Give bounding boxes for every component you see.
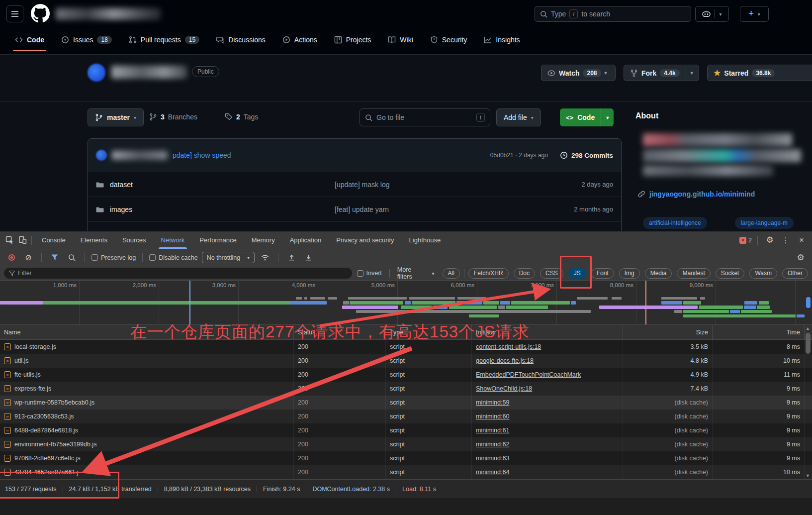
- overview-range-handle[interactable]: [806, 297, 811, 308]
- tab-discussions[interactable]: Discussions: [209, 30, 272, 50]
- scrollbar-thumb[interactable]: [806, 333, 811, 354]
- record-network-log-button[interactable]: [5, 251, 18, 264]
- column-header-size[interactable]: Size: [623, 325, 713, 339]
- invert-checkbox[interactable]: Invert: [357, 270, 382, 277]
- scroll-up-icon[interactable]: ▲: [806, 326, 810, 331]
- copilot-button[interactable]: ▾: [695, 6, 729, 22]
- initiator-link[interactable]: minimind:59: [476, 399, 509, 406]
- initiator-link[interactable]: EmbeddedPDFTouchPointCoachMark: [476, 371, 581, 378]
- filter-type-all[interactable]: All: [443, 268, 460, 279]
- initiator-link[interactable]: minimind:64: [476, 469, 509, 476]
- github-logo-icon[interactable]: [31, 4, 50, 23]
- go-to-file-input[interactable]: Go to file t: [360, 108, 490, 126]
- request-row[interactable]: ‹›43784-4652ae97a661.j 200 script minimi…: [0, 465, 812, 479]
- branch-selector[interactable]: master ▾: [88, 108, 144, 126]
- devtools-tab-application[interactable]: Application: [282, 231, 329, 249]
- initiator-link[interactable]: google-docs-fte.js:18: [476, 357, 534, 364]
- commit-message-link[interactable]: pdate] show speed: [173, 151, 231, 159]
- devtools-menu-button[interactable]: ⋮: [779, 234, 792, 247]
- about-website-link[interactable]: jingyaogong.github.io/minimind: [637, 190, 755, 198]
- device-toolbar-button[interactable]: [16, 234, 29, 247]
- commit-message[interactable]: [feat] update yarn: [335, 206, 574, 213]
- column-header-status[interactable]: Status: [294, 325, 386, 339]
- commit-sha-date[interactable]: 05d0b21 · 2 days ago: [490, 152, 548, 159]
- filter-type-img[interactable]: Img: [619, 268, 640, 279]
- column-header-type[interactable]: Type: [386, 325, 472, 339]
- search-network-button[interactable]: [65, 251, 78, 264]
- devtools-tab-console[interactable]: Console: [34, 231, 73, 249]
- tab-insights[interactable]: Insights: [477, 30, 527, 50]
- filter-type-wasm[interactable]: Wasm: [749, 268, 777, 279]
- filter-type-manifest[interactable]: Manifest: [677, 268, 710, 279]
- devtools-tab-privacy[interactable]: Privacy and security: [329, 231, 401, 249]
- request-row[interactable]: ‹›6488-de87864e6818.js 200 script minimi…: [0, 423, 812, 437]
- tags-link[interactable]: 2 Tags: [225, 113, 258, 121]
- topic-large-language-model[interactable]: large-language-m: [735, 217, 794, 229]
- devtools-settings-button[interactable]: ⚙: [763, 234, 776, 247]
- clear-network-log-button[interactable]: ⊘: [22, 251, 35, 264]
- commit-message[interactable]: [update] mask log: [335, 181, 581, 189]
- devtools-tab-memory[interactable]: Memory: [244, 231, 282, 249]
- table-scrollbar[interactable]: ▲ ▼: [805, 326, 812, 478]
- filter-type-css[interactable]: CSS: [540, 268, 563, 279]
- filter-text-input[interactable]: [18, 270, 336, 277]
- filter-type-font[interactable]: Font: [591, 268, 614, 279]
- request-row[interactable]: ‹›express-fte.js 200 script ShowOneChild…: [0, 382, 812, 396]
- scroll-down-icon[interactable]: ▼: [806, 473, 810, 478]
- code-caret-button[interactable]: ▾: [601, 108, 614, 126]
- add-file-button[interactable]: Add file ▾: [496, 108, 541, 126]
- network-settings-button[interactable]: ⚙: [794, 251, 807, 264]
- column-header-time[interactable]: Time: [713, 325, 805, 339]
- column-header-initiator[interactable]: Initiator: [472, 325, 623, 339]
- tab-projects[interactable]: Projects: [327, 30, 378, 50]
- topic-artificial-intelligence[interactable]: artificial-intelligence: [643, 217, 707, 229]
- filter-type-doc[interactable]: Doc: [514, 268, 535, 279]
- filter-type-media[interactable]: Media: [645, 268, 672, 279]
- devtools-close-button[interactable]: ×: [795, 234, 808, 247]
- import-har-button[interactable]: [285, 251, 298, 264]
- tab-actions[interactable]: Actions: [275, 30, 324, 50]
- branches-link[interactable]: 3 Branches: [149, 113, 197, 121]
- request-row[interactable]: ‹›util.js 200 script google-docs-fte.js:…: [0, 354, 812, 368]
- devtools-tab-network[interactable]: Network: [154, 231, 192, 249]
- filter-type-socket[interactable]: Socket: [716, 268, 745, 279]
- request-row[interactable]: ‹›fte-utils.js 200 script EmbeddedPDFTou…: [0, 368, 812, 382]
- devtools-tab-performance[interactable]: Performance: [192, 231, 244, 249]
- network-conditions-button[interactable]: [259, 251, 271, 264]
- network-filter-field[interactable]: [4, 268, 352, 279]
- filter-type-other[interactable]: Other: [782, 268, 808, 279]
- code-download-button[interactable]: <> Code ▾: [560, 108, 614, 126]
- initiator-link[interactable]: minimind:60: [476, 413, 509, 420]
- global-search-input[interactable]: Type / to search: [535, 6, 691, 22]
- filter-toggle-button[interactable]: [48, 251, 61, 264]
- watch-button[interactable]: Watch 208 ▾: [541, 65, 616, 81]
- export-har-button[interactable]: [302, 251, 315, 264]
- column-header-name[interactable]: Name: [0, 325, 294, 339]
- fork-caret-button[interactable]: ▾: [686, 65, 698, 81]
- tab-wiki[interactable]: Wiki: [381, 30, 420, 50]
- more-filters-dropdown[interactable]: More filters ▾: [397, 266, 435, 280]
- devtools-tab-lighthouse[interactable]: Lighthouse: [402, 231, 449, 249]
- initiator-link[interactable]: ShowOneChild.js:18: [476, 385, 532, 392]
- commits-history-link[interactable]: 298 Commits: [560, 151, 613, 159]
- request-row[interactable]: ‹›913-ca2305638c53.js 200 script minimin…: [0, 410, 812, 423]
- star-button[interactable]: ★ Starred 36.8k: [707, 65, 812, 81]
- throttling-select[interactable]: No throttling ▾: [202, 252, 255, 263]
- initiator-link[interactable]: minimind:61: [476, 427, 509, 434]
- inspect-element-button[interactable]: [3, 234, 16, 247]
- preserve-log-checkbox[interactable]: Preserve log: [91, 254, 136, 261]
- filter-type-fetch-xhr[interactable]: Fetch/XHR: [468, 268, 509, 279]
- latest-commit-bar[interactable]: pdate] show speed 05d0b21 · 2 days ago 2…: [88, 139, 621, 172]
- tab-security[interactable]: Security: [423, 30, 474, 50]
- fork-button[interactable]: Fork 4.4k ▾: [624, 65, 699, 81]
- tab-issues[interactable]: Issues 18: [54, 30, 119, 50]
- initiator-link[interactable]: content-script-utils.js:18: [476, 343, 541, 350]
- file-row-dataset[interactable]: dataset [update] mask log 2 days ago: [88, 172, 621, 197]
- initiator-link[interactable]: minimind:62: [476, 441, 509, 448]
- filter-type-js[interactable]: JS: [568, 268, 586, 279]
- request-row[interactable]: ‹›local-storage.js 200 script content-sc…: [0, 340, 812, 354]
- disable-cache-checkbox[interactable]: Disable cache: [149, 254, 198, 261]
- devtools-tab-sources[interactable]: Sources: [115, 231, 154, 249]
- devtools-tab-elements[interactable]: Elements: [73, 231, 115, 249]
- network-overview-timeline[interactable]: 1,000 ms 2,000 ms 3,000 ms 4,000 ms 5,00…: [0, 281, 812, 325]
